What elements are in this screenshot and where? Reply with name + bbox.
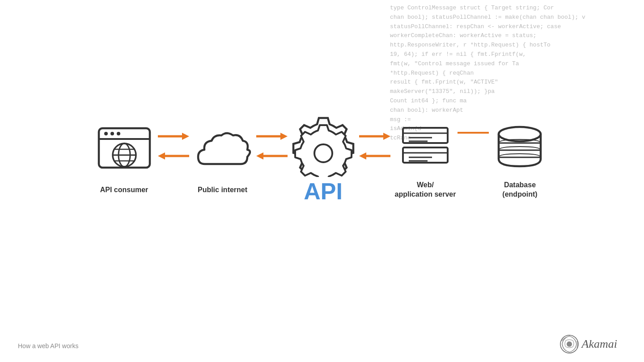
svg-point-2 xyxy=(104,132,108,135)
web-app-server-item: Web/application server xyxy=(395,120,456,199)
svg-marker-21 xyxy=(383,133,390,140)
svg-marker-11 xyxy=(182,133,189,140)
api-consumer-label: API consumer xyxy=(100,185,148,195)
web-app-server-label: Web/application server xyxy=(395,181,456,199)
database-label: Database(endpoint) xyxy=(502,181,537,199)
arrow-internet-api xyxy=(252,132,292,160)
arrow-consumer-internet xyxy=(153,132,194,160)
svg-marker-13 xyxy=(158,152,165,160)
api-text-label: API xyxy=(304,180,343,203)
gear-icon-proper xyxy=(292,123,355,177)
svg-point-3 xyxy=(110,132,114,135)
api-diagram: API consumer Public internet xyxy=(18,116,626,203)
database-item: Database(endpoint) xyxy=(491,120,549,199)
svg-point-4 xyxy=(117,132,120,135)
akamai-text: Akamai xyxy=(582,337,617,351)
akamai-symbol xyxy=(559,334,579,354)
public-internet-item: Public internet xyxy=(194,125,252,195)
cloud-icon xyxy=(194,125,252,178)
api-item: API xyxy=(292,116,355,203)
svg-marker-23 xyxy=(359,152,366,160)
database-icon xyxy=(491,120,549,173)
arrow-api-webserver xyxy=(355,132,395,160)
server-icon xyxy=(396,120,454,173)
svg-point-37 xyxy=(567,341,572,347)
page-caption: How a web API works xyxy=(18,342,78,349)
akamai-logo: Akamai xyxy=(559,334,617,354)
api-consumer-item: API consumer xyxy=(95,125,153,195)
svg-marker-17 xyxy=(256,152,263,160)
svg-point-19 xyxy=(314,144,332,162)
svg-marker-15 xyxy=(280,133,288,140)
api-consumer-icon xyxy=(95,125,153,178)
dash-line-connector xyxy=(456,132,491,160)
public-internet-label: Public internet xyxy=(198,185,247,195)
